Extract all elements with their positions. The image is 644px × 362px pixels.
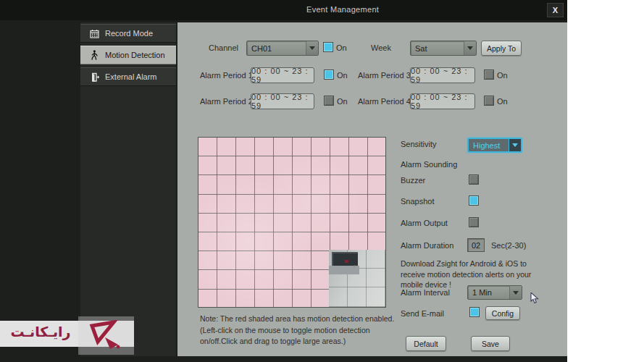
sensitivity-label: Sensitivity [401, 140, 437, 148]
apply-to-button[interactable]: Apply To [481, 41, 522, 56]
save-button[interactable]: Save [471, 336, 510, 351]
alarm-period-3-on-label: On [497, 71, 508, 80]
motion-grid-clear-area[interactable] [329, 250, 385, 307]
chevron-down-icon[interactable] [509, 286, 522, 299]
alarm-period-2-checkbox[interactable] [324, 96, 334, 106]
window-title: Event Management [306, 5, 379, 14]
channel-dropdown[interactable]: CH01 [246, 41, 319, 56]
snapshot-label: Snapshot [401, 197, 434, 206]
alarm-period-4-checkbox[interactable] [484, 96, 494, 106]
alarm-period-1-label: Alarm Period 1 [200, 71, 253, 80]
alarm-period-4-field[interactable]: 00 : 00 ~ 23 : 59 [410, 93, 475, 109]
chevron-down-icon[interactable] [306, 41, 318, 55]
alarm-period-3-label: Alarm Period 3 [358, 71, 411, 80]
alarm-output-checkbox[interactable] [469, 217, 479, 227]
watermark-logo-icon [86, 320, 127, 352]
sensitivity-dropdown[interactable]: Highest [467, 138, 522, 153]
alarm-period-4-label: Alarm Period 4 [358, 97, 411, 106]
alarm-duration-label: Alarm Duration [401, 241, 453, 250]
exit-door-icon [89, 72, 99, 82]
close-button[interactable]: X [547, 3, 564, 17]
alarm-period-4-on-label: On [497, 97, 508, 106]
sidebar-item-external-alarm[interactable]: External Alarm [80, 67, 176, 86]
sidebar-item-label: Record Mode [105, 29, 153, 38]
sidebar-item-label: External Alarm [105, 72, 157, 81]
alarm-sounding-label: Alarm Sounding [401, 160, 457, 169]
alarm-duration-input[interactable]: 02 [467, 238, 485, 252]
alarm-period-2-field[interactable]: 00 : 00 ~ 23 : 59 [251, 93, 314, 109]
sidebar-item-label: Motion Detection [105, 51, 165, 59]
mouse-cursor-icon [530, 292, 540, 307]
alarm-period-3-checkbox[interactable] [484, 70, 494, 80]
sensitivity-value: Highest [469, 141, 509, 150]
channel-on-label: On [336, 43, 347, 52]
snapshot-checkbox[interactable] [469, 195, 479, 206]
alarm-period-3-field[interactable]: 00 : 00 ~ 23 : 59 [410, 67, 475, 83]
week-value: Sat [411, 44, 464, 53]
buzzer-label: Buzzer [401, 176, 425, 185]
channel-label: Channel [209, 43, 238, 52]
alarm-interval-dropdown[interactable]: 1 Min [467, 285, 522, 300]
send-email-label: Send E-mail [401, 309, 444, 318]
buzzer-checkbox[interactable] [469, 174, 479, 185]
alarm-output-label: Alarm Output [401, 219, 448, 227]
camera-image-desk-item [345, 260, 348, 263]
alarm-period-2-on-label: On [337, 97, 348, 106]
chevron-down-icon[interactable] [464, 41, 476, 55]
chevron-down-icon[interactable] [509, 139, 521, 151]
channel-value: CH01 [247, 44, 306, 53]
default-button[interactable]: Default [406, 336, 446, 351]
alarm-interval-label: Alarm Interval [401, 288, 450, 297]
sidebar: Record Mode Motion Detection External Al… [80, 22, 176, 356]
sidebar-item-record-mode[interactable]: Record Mode [80, 24, 176, 43]
camera-image-wall-edge [348, 265, 385, 307]
alarm-period-2-label: Alarm Period 2 [200, 97, 253, 106]
send-email-checkbox[interactable] [469, 307, 480, 317]
alarm-period-1-on-label: On [337, 71, 348, 80]
alarm-duration-unit: Sec(2-30) [491, 241, 526, 250]
event-management-window: Event Management X Record Mode Motion De… [0, 0, 567, 362]
config-button[interactable]: Config [485, 306, 520, 320]
alarm-interval-value: 1 Min [468, 288, 509, 297]
week-label: Week [371, 43, 391, 52]
alarm-period-1-field[interactable]: 00 : 00 ~ 23 : 59 [251, 67, 314, 83]
note-text: Note: The red shaded area has motion det… [200, 313, 409, 348]
screenshot-root: Event Management X Record Mode Motion De… [0, 0, 644, 362]
watermark-brand-text: رایـکانـت [4, 324, 77, 340]
motion-detection-panel: Channel CH01 On Week Sat Apply To Alarm … [177, 22, 567, 356]
walking-person-icon [89, 50, 99, 60]
title-bar: Event Management X [0, 0, 567, 20]
channel-on-checkbox[interactable] [323, 42, 333, 52]
week-dropdown[interactable]: Sat [410, 41, 477, 56]
calendar-icon [89, 28, 99, 38]
watermark-logo-box [78, 316, 134, 355]
alarm-period-1-checkbox[interactable] [324, 70, 334, 80]
motion-detection-grid[interactable] [198, 137, 386, 308]
sidebar-item-motion-detection[interactable]: Motion Detection [80, 46, 176, 64]
